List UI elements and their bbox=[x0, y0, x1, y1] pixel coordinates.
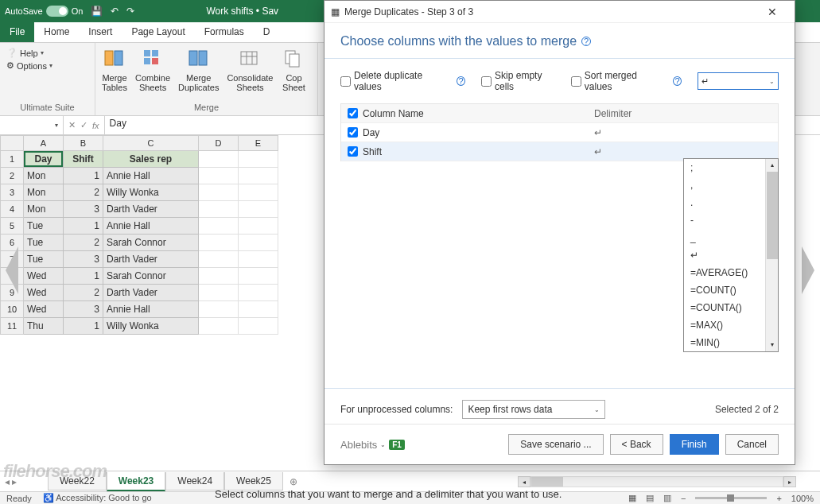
finish-button[interactable]: Finish bbox=[670, 434, 719, 455]
name-box[interactable]: ▾ bbox=[0, 116, 64, 134]
dropdown-item[interactable]: . bbox=[684, 194, 778, 211]
delimiter-combobox[interactable]: ↵ ⌄ bbox=[698, 72, 779, 90]
tab-home[interactable]: Home bbox=[34, 22, 79, 42]
info-icon[interactable]: ? bbox=[457, 76, 465, 86]
cell[interactable]: Sarah Connor bbox=[103, 268, 199, 285]
col-header[interactable]: D bbox=[199, 135, 239, 151]
combine-sheets-button[interactable]: Combine Sheets bbox=[135, 46, 170, 92]
cell[interactable]: Willy Wonka bbox=[103, 318, 199, 335]
dropdown-item[interactable]: =AVERAGE() bbox=[684, 264, 778, 281]
dropdown-scrollbar[interactable]: ▴ ▾ bbox=[765, 159, 778, 351]
col-header[interactable]: C bbox=[103, 135, 199, 151]
skip-empty-checkbox[interactable]: Skip empty cells bbox=[481, 70, 555, 92]
dropdown-item[interactable]: ; bbox=[684, 159, 778, 176]
select-all-corner[interactable] bbox=[0, 135, 24, 151]
cell[interactable]: 3 bbox=[64, 301, 103, 318]
cell[interactable] bbox=[199, 285, 239, 301]
sheet-tab[interactable]: Week23 bbox=[107, 472, 165, 491]
tab-insert[interactable]: Insert bbox=[79, 22, 122, 42]
dropdown-item[interactable]: - bbox=[684, 211, 778, 229]
cell[interactable]: 1 bbox=[64, 318, 103, 335]
cell[interactable]: 3 bbox=[64, 251, 103, 268]
cell[interactable]: Wed bbox=[24, 268, 64, 285]
cell[interactable]: 3 bbox=[64, 201, 103, 218]
cell[interactable]: 1 bbox=[64, 268, 103, 285]
cell[interactable]: Annie Hall bbox=[103, 168, 199, 184]
cell[interactable]: Sales rep bbox=[103, 151, 199, 168]
cell[interactable]: Darth Vader bbox=[103, 251, 199, 268]
cell[interactable] bbox=[239, 268, 278, 285]
cancel-button[interactable]: Cancel bbox=[725, 434, 779, 455]
cell[interactable] bbox=[199, 168, 239, 184]
cell[interactable] bbox=[199, 151, 239, 168]
scroll-right-icon[interactable]: ▸ bbox=[783, 476, 796, 487]
table-row[interactable]: Day ↵ bbox=[341, 123, 778, 142]
col-header[interactable]: E bbox=[239, 135, 278, 151]
unprocessed-combobox[interactable]: Keep first rows data ⌄ bbox=[462, 400, 605, 419]
dialog-titlebar[interactable]: ▦ Merge Duplicates - Step 3 of 3 ✕ bbox=[325, 1, 795, 23]
cell[interactable]: Sarah Connor bbox=[103, 235, 199, 251]
zoom-in-icon[interactable]: + bbox=[776, 494, 781, 503]
cell[interactable]: Tue bbox=[24, 218, 64, 235]
cell[interactable] bbox=[199, 184, 239, 201]
prev-arrow[interactable] bbox=[0, 238, 24, 302]
redo-icon[interactable]: ↷ bbox=[126, 6, 134, 17]
dropdown-item[interactable]: =MIN() bbox=[684, 334, 778, 351]
scroll-down-icon[interactable]: ▾ bbox=[766, 339, 778, 351]
view-page-break-icon[interactable]: ▥ bbox=[663, 493, 671, 503]
cell[interactable]: Mon bbox=[24, 201, 64, 218]
save-scenario-button[interactable]: Save scenario ... bbox=[508, 434, 603, 455]
options-button[interactable]: ⚙Options▾ bbox=[6, 60, 88, 71]
col-header[interactable]: A bbox=[24, 135, 64, 151]
dropdown-item[interactable]: =MAX() bbox=[684, 316, 778, 334]
cell[interactable]: Wed bbox=[24, 301, 64, 318]
delete-duplicates-checkbox[interactable]: Delete duplicate values bbox=[340, 70, 441, 92]
sort-merged-checkbox[interactable]: Sort merged values bbox=[571, 70, 657, 92]
info-icon[interactable]: ? bbox=[673, 76, 682, 86]
cell[interactable] bbox=[239, 151, 278, 168]
cell[interactable]: 1 bbox=[64, 168, 103, 184]
dropdown-item[interactable]: _ bbox=[684, 229, 778, 246]
row-header[interactable]: 11 bbox=[0, 318, 24, 335]
cell[interactable] bbox=[239, 218, 278, 235]
merge-duplicates-button[interactable]: Merge Duplicates bbox=[178, 46, 219, 92]
scroll-thumb[interactable] bbox=[531, 477, 563, 487]
cell[interactable]: 2 bbox=[64, 285, 103, 301]
back-button[interactable]: < Back bbox=[610, 434, 663, 455]
f1-help-icon[interactable]: F1 bbox=[389, 440, 405, 450]
toggle-on-icon[interactable] bbox=[46, 6, 68, 17]
cell[interactable]: Thu bbox=[24, 318, 64, 335]
zoom-out-icon[interactable]: − bbox=[681, 494, 686, 503]
view-page-layout-icon[interactable]: ▤ bbox=[646, 493, 654, 503]
cell[interactable]: Annie Hall bbox=[103, 218, 199, 235]
consolidate-sheets-button[interactable]: Consolidate Sheets bbox=[227, 46, 273, 92]
cell[interactable]: Tue bbox=[24, 251, 64, 268]
cell[interactable] bbox=[199, 318, 239, 335]
tab-formulas[interactable]: Formulas bbox=[195, 22, 254, 42]
close-button[interactable]: ✕ bbox=[756, 6, 788, 18]
fx-icon[interactable]: fx bbox=[92, 121, 99, 130]
row-header[interactable]: 10 bbox=[0, 301, 24, 318]
tab-page-layout[interactable]: Page Layout bbox=[122, 22, 194, 42]
help-button[interactable]: ❔Help▾ bbox=[6, 48, 88, 58]
tab-file[interactable]: File bbox=[0, 22, 34, 42]
cell[interactable] bbox=[199, 201, 239, 218]
cell[interactable] bbox=[239, 201, 278, 218]
cell[interactable]: Darth Vader bbox=[103, 201, 199, 218]
confirm-entry-icon[interactable]: ✓ bbox=[80, 120, 87, 130]
ablebits-brand[interactable]: Ablebits ⌄ F1 bbox=[340, 439, 405, 451]
cell[interactable]: Willy Wonka bbox=[103, 184, 199, 201]
cell[interactable]: Darth Vader bbox=[103, 285, 199, 301]
undo-icon[interactable]: ↶ bbox=[111, 6, 119, 17]
select-all-checkbox[interactable] bbox=[348, 108, 358, 118]
dropdown-item[interactable]: =COUNTA() bbox=[684, 299, 778, 316]
dropdown-item[interactable]: , bbox=[684, 176, 778, 194]
cell[interactable] bbox=[239, 235, 278, 251]
cell[interactable] bbox=[239, 318, 278, 335]
cell[interactable]: 2 bbox=[64, 235, 103, 251]
cell[interactable] bbox=[239, 251, 278, 268]
row-header[interactable]: 4 bbox=[0, 201, 24, 218]
merge-tables-button[interactable]: Merge Tables bbox=[102, 46, 127, 92]
cell[interactable]: Wed bbox=[24, 285, 64, 301]
next-arrow[interactable] bbox=[796, 238, 820, 302]
